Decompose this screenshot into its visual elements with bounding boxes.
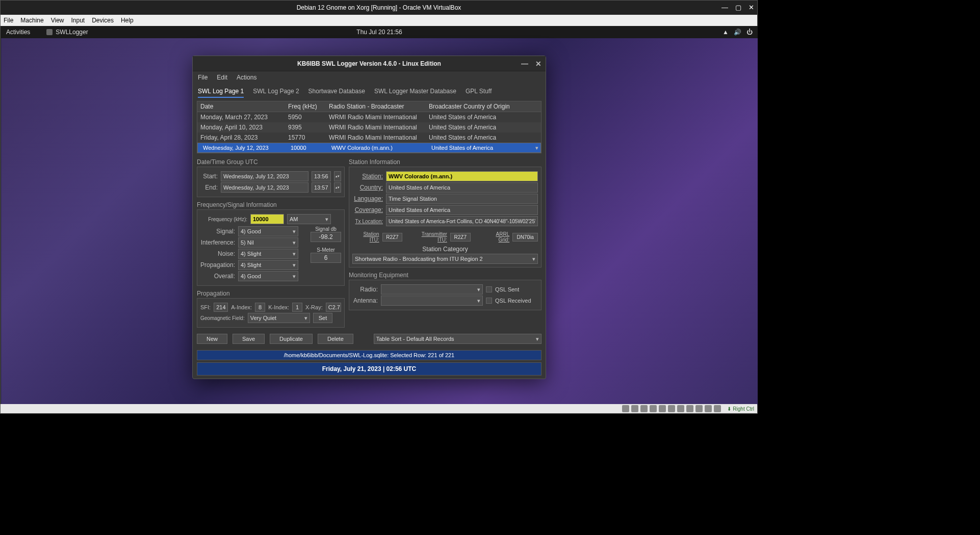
txloc-input[interactable]: [386, 216, 538, 226]
gnome-system-tray[interactable]: ▲ 🔊 ⏻: [723, 29, 753, 36]
swl-logger-window: KB6IBB SWL Logger Version 4.6.0 - Linux …: [192, 56, 546, 379]
table-row[interactable]: Friday, April 28, 2023 15770 WRMI Radio …: [197, 132, 541, 143]
menu-edit[interactable]: Edit: [217, 74, 227, 81]
tab-log1[interactable]: SWL Log Page 1: [198, 86, 244, 98]
sfi-value[interactable]: 214: [214, 303, 228, 312]
col-freq[interactable]: Freq (kHz): [285, 101, 326, 112]
vb-mouse-icon[interactable]: [705, 405, 712, 412]
vb-recording-icon[interactable]: [686, 405, 693, 412]
tx-itu-value[interactable]: R2Z7: [450, 233, 471, 242]
vbox-menu-view[interactable]: View: [51, 17, 64, 24]
station-itu-label[interactable]: Station ITU:: [352, 231, 379, 243]
vb-audio-icon[interactable]: [640, 405, 648, 412]
smeter-value[interactable]: 6: [311, 253, 341, 263]
station-input[interactable]: [386, 171, 538, 181]
qsl-sent-checkbox[interactable]: [486, 286, 492, 292]
vb-host-key[interactable]: ⬇ Right Ctrl: [727, 406, 754, 412]
duplicate-button[interactable]: Duplicate: [270, 334, 313, 344]
station-itu-value[interactable]: R2Z7: [382, 233, 403, 242]
xray-value[interactable]: C2.7: [326, 303, 341, 312]
delete-button[interactable]: Delete: [318, 334, 353, 344]
vb-keyboard-icon[interactable]: [714, 405, 721, 412]
network-icon[interactable]: ▲: [723, 29, 729, 36]
app-close-icon[interactable]: ✕: [535, 60, 541, 68]
interference-select[interactable]: 5) Nil: [238, 237, 298, 248]
coverage-input[interactable]: [386, 205, 538, 215]
language-input[interactable]: [386, 194, 538, 204]
power-icon[interactable]: ⏻: [746, 29, 753, 36]
mode-select[interactable]: AM: [287, 214, 331, 224]
menu-file[interactable]: File: [198, 74, 208, 81]
k-value[interactable]: 1: [292, 303, 302, 312]
end-time-input[interactable]: [312, 182, 331, 193]
frequency-input[interactable]: [250, 214, 284, 224]
vbox-menu-help[interactable]: Help: [121, 17, 134, 24]
txloc-label[interactable]: Tx Location:: [352, 219, 383, 224]
arrl-grid-value[interactable]: DN70ia: [512, 233, 538, 242]
signal-select[interactable]: 4) Good: [238, 226, 298, 236]
radio-select[interactable]: [381, 284, 483, 295]
vb-network-icon[interactable]: [650, 405, 657, 412]
vbox-menu-input[interactable]: Input: [71, 17, 85, 24]
vbox-menu-devices[interactable]: Devices: [92, 17, 114, 24]
vb-usb-icon[interactable]: [659, 405, 666, 412]
activities-button[interactable]: Activities: [6, 29, 30, 36]
vb-hdd-icon[interactable]: [622, 405, 629, 412]
station-label[interactable]: Station:: [352, 173, 383, 180]
noise-select[interactable]: 4) Slight: [238, 249, 298, 259]
section-station-label: Station Information: [349, 156, 541, 167]
country-label[interactable]: Country:: [352, 184, 383, 191]
qsl-rcvd-checkbox[interactable]: [486, 298, 492, 304]
table-sort-select[interactable]: Table Sort - Default All Records: [374, 334, 541, 344]
tx-itu-label[interactable]: Transmitter ITU:: [410, 231, 447, 243]
antenna-select[interactable]: [381, 296, 483, 306]
signaldb-label: Signal db: [311, 226, 341, 232]
table-row[interactable]: Monday, April 10, 2023 9395 WRMI Radio M…: [197, 122, 541, 132]
category-select[interactable]: Shortwave Radio - Broadcasting from ITU …: [352, 254, 538, 264]
vbox-close-icon[interactable]: ✕: [749, 4, 754, 11]
geo-select[interactable]: Very Quiet: [248, 313, 310, 323]
tab-log2[interactable]: SWL Log Page 2: [253, 86, 299, 98]
a-label: A-Index:: [231, 304, 252, 310]
tab-master-db[interactable]: SWL Logger Master Database: [374, 86, 456, 98]
vbox-menu-machine[interactable]: Machine: [20, 17, 43, 24]
freq-panel: Frequency (kHz): AM Signal:4) Good Inter…: [197, 209, 345, 286]
app-minimize-icon[interactable]: —: [521, 60, 528, 68]
vb-display-icon[interactable]: [677, 405, 684, 412]
vb-shared-icon[interactable]: [668, 405, 675, 412]
col-station[interactable]: Radio Station - Broadcaster: [326, 101, 426, 112]
table-row[interactable]: Monday, March 27, 2023 5950 WRMI Radio M…: [197, 112, 541, 122]
start-time-spinner[interactable]: ▴▾: [334, 171, 341, 181]
vbox-minimize-icon[interactable]: —: [721, 4, 728, 11]
vbox-menu-file[interactable]: File: [4, 17, 13, 24]
end-date-input[interactable]: [221, 182, 308, 193]
radio-label: Radio:: [352, 286, 378, 293]
end-time-spinner[interactable]: ▴▾: [334, 182, 341, 193]
volume-icon[interactable]: 🔊: [734, 29, 741, 36]
start-date-input[interactable]: [221, 171, 308, 181]
vb-cpu-icon[interactable]: [695, 405, 703, 412]
vbox-maximize-icon[interactable]: ▢: [735, 4, 741, 11]
col-country[interactable]: Broadcaster Country of Origin: [426, 101, 541, 112]
vb-optical-icon[interactable]: [631, 405, 638, 412]
overall-select[interactable]: 4) Good: [238, 271, 298, 281]
language-label[interactable]: Language:: [352, 195, 383, 202]
app-indicator[interactable]: SWLLogger: [46, 29, 88, 36]
propagation-select[interactable]: 4) Slight: [238, 260, 298, 270]
col-date[interactable]: Date: [197, 101, 285, 112]
tab-sw-db[interactable]: Shortwave Database: [308, 86, 365, 98]
save-button[interactable]: Save: [233, 334, 265, 344]
tab-gpl[interactable]: GPL Stuff: [466, 86, 492, 98]
table-row-selected[interactable]: Wednesday, July 12, 2023 10000 WWV Color…: [197, 143, 541, 153]
coverage-label[interactable]: Coverage:: [352, 206, 383, 213]
start-time-input[interactable]: [312, 171, 331, 181]
a-value[interactable]: 8: [255, 303, 265, 312]
country-input[interactable]: [386, 182, 538, 193]
gnome-clock[interactable]: Thu Jul 20 21:56: [356, 29, 402, 36]
set-button[interactable]: Set: [313, 313, 333, 323]
new-button[interactable]: New: [197, 334, 227, 344]
signaldb-value[interactable]: -98.2: [311, 232, 341, 242]
log-grid[interactable]: Date Freq (kHz) Radio Station - Broadcas…: [197, 101, 541, 153]
arrl-grid-label[interactable]: ARRL Grid:: [484, 231, 510, 243]
menu-actions[interactable]: Actions: [237, 74, 256, 81]
